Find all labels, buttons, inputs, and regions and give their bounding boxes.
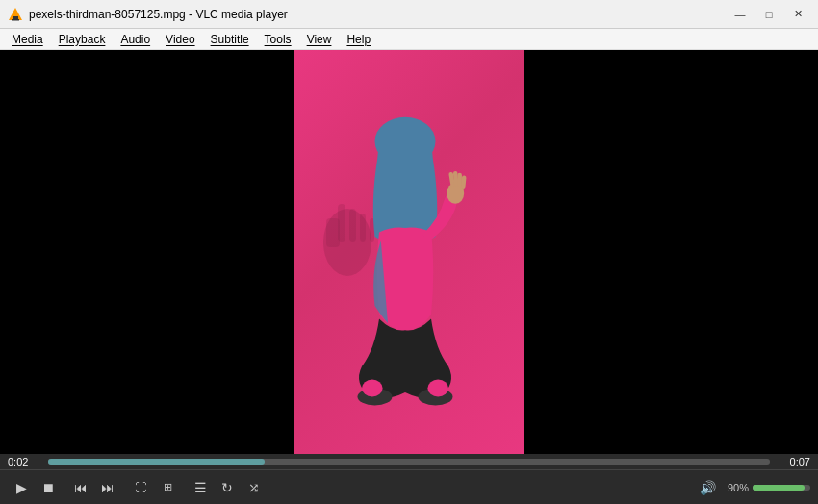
stop-button[interactable]: ⏹ xyxy=(35,474,62,501)
video-frame xyxy=(294,50,524,454)
loop-button[interactable]: ↻ xyxy=(214,474,241,501)
play-button[interactable]: ▶ xyxy=(8,474,35,501)
progress-area: 0:02 0:07 xyxy=(0,454,818,469)
menu-item-audio[interactable]: Audio xyxy=(113,29,158,49)
menu-item-tools[interactable]: Tools xyxy=(257,29,299,49)
svg-rect-1 xyxy=(13,16,18,19)
minimize-button[interactable]: — xyxy=(728,5,753,24)
menu-item-view[interactable]: View xyxy=(299,29,340,49)
volume-fill xyxy=(753,485,805,491)
menu-item-subtitle[interactable]: Subtitle xyxy=(203,29,257,49)
next-button[interactable]: ⏭ xyxy=(94,474,121,501)
svg-line-17 xyxy=(455,173,456,184)
menu-item-video[interactable]: Video xyxy=(158,29,202,49)
person-figure xyxy=(319,88,492,454)
menu-item-playback[interactable]: Playback xyxy=(51,29,114,49)
svg-point-14 xyxy=(375,117,436,165)
letterbox-left xyxy=(0,50,294,454)
extended-button[interactable]: ⊞ xyxy=(154,474,181,501)
time-elapsed: 0:02 xyxy=(8,456,42,467)
window-controls: — □ ✕ xyxy=(728,5,810,24)
svg-rect-2 xyxy=(12,19,19,21)
svg-line-19 xyxy=(463,178,464,187)
volume-icon-button[interactable]: 🔊 xyxy=(700,480,716,495)
svg-point-22 xyxy=(427,380,448,397)
progress-fill xyxy=(48,459,265,465)
controls-bar: ▶ ⏹ ⏮ ⏭ ⛶ ⊞ ☰ ↻ ⤮ 🔊 90% xyxy=(0,469,818,504)
title-bar: pexels-thirdman-8057125.mpg - VLC media … xyxy=(0,0,818,29)
volume-track[interactable] xyxy=(753,485,810,491)
prev-button[interactable]: ⏮ xyxy=(67,474,94,501)
video-area xyxy=(0,50,818,454)
video-background xyxy=(294,50,524,454)
menu-item-help[interactable]: Help xyxy=(339,29,378,49)
volume-label: 90% xyxy=(720,482,749,493)
letterbox-right xyxy=(524,50,818,454)
title-text: pexels-thirdman-8057125.mpg - VLC media … xyxy=(29,8,728,21)
volume-area: 🔊 90% xyxy=(700,480,810,495)
playlist-button[interactable]: ☰ xyxy=(187,474,214,501)
svg-point-23 xyxy=(362,380,383,397)
video-content xyxy=(0,50,818,454)
svg-line-16 xyxy=(451,174,453,185)
maximize-button[interactable]: □ xyxy=(756,5,781,24)
vlc-icon xyxy=(8,7,23,22)
random-button[interactable]: ⤮ xyxy=(241,474,268,501)
progress-track[interactable] xyxy=(48,459,770,465)
time-total: 0:07 xyxy=(776,456,810,467)
menu-bar: MediaPlaybackAudioVideoSubtitleToolsView… xyxy=(0,29,818,50)
close-button[interactable]: ✕ xyxy=(785,5,810,24)
menu-item-media[interactable]: Media xyxy=(4,29,51,49)
fullscreen-button[interactable]: ⛶ xyxy=(127,474,154,501)
